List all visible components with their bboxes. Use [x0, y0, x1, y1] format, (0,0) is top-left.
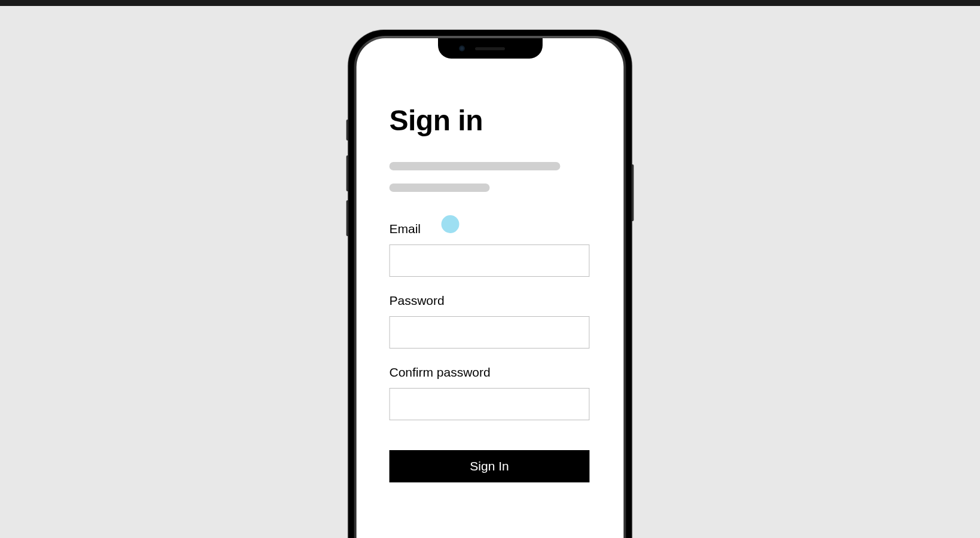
email-form-group: Email — [390, 222, 591, 277]
phone-inner-frame: Sign in Email Password Confirm password … — [354, 36, 626, 538]
confirm-password-field[interactable] — [390, 388, 590, 420]
phone-volume-up-button — [347, 155, 348, 191]
confirm-password-form-group: Confirm password — [390, 365, 591, 420]
password-field[interactable] — [390, 316, 590, 349]
phone-silence-switch — [347, 120, 348, 140]
skeleton-placeholder-line — [390, 162, 561, 170]
page-title: Sign in — [390, 104, 591, 137]
password-label: Password — [390, 294, 591, 308]
signin-button-label: Sign In — [470, 459, 509, 473]
phone-front-camera-icon — [459, 45, 465, 51]
confirm-password-label: Confirm password — [390, 365, 591, 380]
skeleton-placeholder-line — [390, 184, 490, 192]
phone-screen: Sign in Email Password Confirm password … — [357, 38, 624, 538]
email-label: Email — [390, 222, 591, 236]
password-form-group: Password — [390, 294, 591, 349]
browser-top-bar — [0, 0, 980, 6]
phone-speaker-grill-icon — [475, 47, 505, 50]
phone-notch — [438, 38, 543, 59]
phone-mockup-frame: Sign in Email Password Confirm password … — [348, 30, 632, 538]
phone-volume-down-button — [347, 200, 348, 236]
phone-power-button — [632, 164, 634, 221]
signin-screen-content: Sign in Email Password Confirm password … — [357, 38, 624, 538]
touch-indicator-icon — [442, 215, 460, 233]
signin-button[interactable]: Sign In — [390, 450, 590, 482]
email-field[interactable] — [390, 244, 590, 277]
